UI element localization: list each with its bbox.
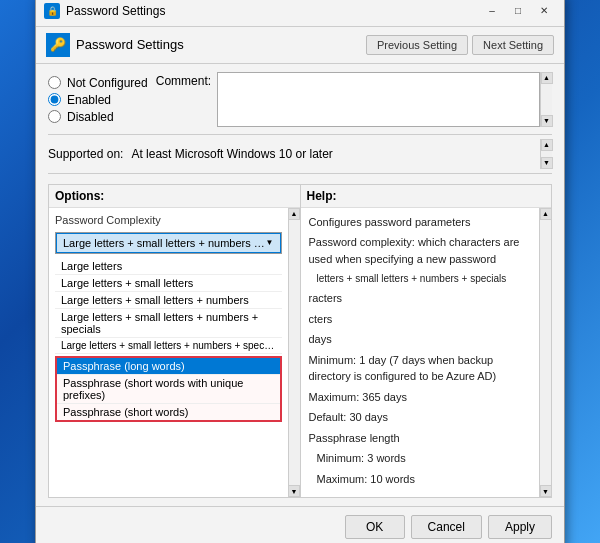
options-scroll-down[interactable]: ▼: [288, 485, 300, 497]
scroll-track: [541, 84, 552, 115]
footer: OK Cancel Apply: [36, 506, 564, 543]
list-item-1[interactable]: Large letters: [55, 258, 282, 275]
help-p5: racters: [309, 290, 532, 307]
help-panel: Help: Configures password parameters Pas…: [301, 185, 552, 498]
help-p7: cters: [309, 311, 532, 328]
radio-group: Not Configured Enabled Disabled: [48, 72, 148, 128]
dropdown-selected[interactable]: Large letters + small letters + numbers …: [56, 233, 281, 253]
supported-scrollbar: ▲ ▼: [540, 139, 552, 169]
help-p9: days: [309, 331, 532, 348]
radio-disabled: Disabled: [48, 110, 148, 124]
passphrase-short[interactable]: Passphrase (short words): [57, 404, 280, 420]
title-bar-left: 🔒 Password Settings: [44, 3, 165, 19]
title-controls: – □ ✕: [480, 2, 556, 20]
help-p12: Default: 30 days: [309, 409, 532, 426]
body: Not Configured Enabled Disabled Comment:: [36, 64, 564, 507]
ok-button[interactable]: OK: [345, 515, 405, 539]
help-p15: Minimum: 3 words: [317, 450, 532, 467]
next-setting-button[interactable]: Next Setting: [472, 35, 554, 55]
dropdown-selector[interactable]: Large letters + small letters + numbers …: [55, 232, 282, 254]
dropdown-label: Password Complexity: [55, 214, 282, 226]
help-scroll-track: [540, 220, 551, 486]
list-item-4[interactable]: Large letters + small letters + numbers …: [55, 309, 282, 338]
help-scrollbar: ▲ ▼: [539, 208, 551, 498]
radio-enabled: Enabled: [48, 93, 148, 107]
close-button[interactable]: ✕: [532, 2, 556, 20]
help-p14: Passphrase length: [309, 430, 532, 447]
help-p10: Minimum: 1 day (7 days when backup direc…: [309, 352, 532, 385]
supported-value: At least Microsoft Windows 10 or later: [131, 147, 532, 161]
title-bar: 🔒 Password Settings – □ ✕: [36, 0, 564, 27]
help-text: Configures password parameters Password …: [301, 208, 540, 498]
cancel-button[interactable]: Cancel: [411, 515, 482, 539]
previous-setting-button[interactable]: Previous Setting: [366, 35, 468, 55]
header-buttons: Previous Setting Next Setting: [366, 35, 554, 55]
list-item-3[interactable]: Large letters + small letters + numbers: [55, 292, 282, 309]
header-left: 🔑 Password Settings: [46, 33, 184, 57]
radio-not-configured: Not Configured: [48, 76, 148, 90]
minimize-button[interactable]: –: [480, 2, 504, 20]
list-item-5[interactable]: Large letters + small letters + numbers …: [55, 338, 282, 354]
window-icon: 🔒: [44, 3, 60, 19]
options-scroll-up[interactable]: ▲: [288, 208, 300, 220]
comment-label: Comment:: [156, 72, 211, 88]
help-scroll-down[interactable]: ▼: [540, 485, 552, 497]
passphrase-long-words[interactable]: Passphrase (long words): [57, 358, 280, 375]
help-scroll-wrapper: Configures password parameters Password …: [301, 208, 552, 498]
options-inner: Password Complexity Large letters + smal…: [49, 208, 288, 498]
main-panels: Options: Password Complexity Large lette…: [48, 184, 552, 499]
options-scrollbar: ▲ ▼: [288, 208, 300, 498]
maximize-button[interactable]: □: [506, 2, 530, 20]
radio-not-configured-label: Not Configured: [67, 76, 148, 90]
supported-label: Supported on:: [48, 147, 123, 161]
passphrase-short-unique[interactable]: Passphrase (short words with unique pref…: [57, 375, 280, 404]
help-inner: Configures password parameters Password …: [301, 208, 540, 498]
help-p16: Maximum: 10 words: [317, 471, 532, 488]
radio-enabled-input[interactable]: [48, 93, 61, 106]
comment-scrollbar: ▲ ▼: [540, 72, 552, 127]
help-p3: letters + small letters + numbers + spec…: [317, 271, 532, 286]
apply-button[interactable]: Apply: [488, 515, 552, 539]
password-settings-window: 🔒 Password Settings – □ ✕ 🔑 Password Set…: [35, 0, 565, 543]
help-p11: Maximum: 365 days: [309, 389, 532, 406]
options-scroll-wrapper: Password Complexity Large letters + smal…: [49, 208, 300, 498]
supported-scroll-down[interactable]: ▼: [541, 157, 553, 169]
header-bar: 🔑 Password Settings Previous Setting Nex…: [36, 27, 564, 64]
radio-disabled-label: Disabled: [67, 110, 114, 124]
help-p1: Configures password parameters: [309, 214, 532, 231]
header-icon: 🔑: [46, 33, 70, 57]
list-container: Large letters Large letters + small lett…: [55, 258, 282, 354]
options-panel: Options: Password Complexity Large lette…: [49, 185, 301, 498]
dropdown-selected-text: Large letters + small letters + numbers …: [63, 237, 266, 249]
passphrase-group: Passphrase (long words) Passphrase (shor…: [55, 356, 282, 422]
radio-disabled-input[interactable]: [48, 110, 61, 123]
dropdown-arrow: ▼: [266, 238, 274, 247]
help-label: Help:: [301, 185, 552, 208]
supported-scroll-up[interactable]: ▲: [541, 139, 553, 151]
scroll-down-arrow[interactable]: ▼: [541, 115, 553, 127]
scroll-up-arrow[interactable]: ▲: [541, 72, 553, 84]
list-item-2[interactable]: Large letters + small letters: [55, 275, 282, 292]
header-title: Password Settings: [76, 37, 184, 52]
window-title: Password Settings: [66, 4, 165, 18]
radio-enabled-label: Enabled: [67, 93, 111, 107]
options-scroll-track: [289, 220, 300, 486]
comment-textarea[interactable]: [217, 72, 540, 127]
options-label: Options:: [49, 185, 300, 208]
help-scroll-up[interactable]: ▲: [540, 208, 552, 220]
help-p2: Password complexity: which characters ar…: [309, 234, 532, 267]
radio-not-configured-input[interactable]: [48, 76, 61, 89]
